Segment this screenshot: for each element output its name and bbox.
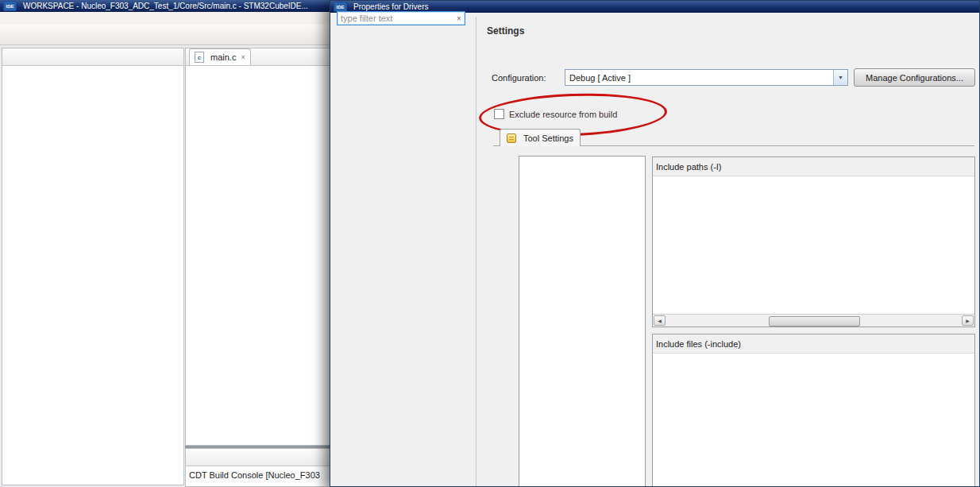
include-files-panel: Include files (-include) (652, 334, 975, 487)
main-window-title: WORKSPACE - Nucleo_F303_ADC_Test_1/Core/… (23, 2, 308, 10)
tool-settings-tab-label: Tool Settings (523, 133, 573, 143)
project-tree (2, 81, 183, 83)
include-paths-list[interactable] (653, 176, 974, 315)
include-paths-panel: Include paths (-I) ◀ ▶ (652, 157, 975, 327)
tool-settings-icon (507, 133, 516, 143)
explorer-tab-bar (2, 48, 183, 66)
configuration-label: Configuration: (492, 73, 546, 83)
project-explorer-view (2, 48, 184, 485)
c-file-icon: c (195, 52, 204, 63)
exclude-resource-label[interactable]: Exclude resource from build (509, 110, 617, 119)
clear-filter-icon[interactable]: × (453, 14, 465, 23)
filter-input[interactable]: type filter text × (337, 11, 465, 25)
include-files-list[interactable] (653, 353, 974, 487)
chevron-down-icon[interactable]: ▼ (833, 70, 847, 85)
explorer-local-toolbar (2, 66, 183, 81)
tab-tool-settings[interactable]: Tool Settings (500, 129, 581, 146)
horizontal-scrollbar[interactable]: ◀ ▶ (653, 314, 974, 327)
include-paths-header: Include paths (-I) (653, 157, 974, 176)
scroll-right-icon[interactable]: ▶ (962, 315, 974, 326)
editor-tab-label: main.c (210, 52, 236, 62)
exclude-resource-checkbox[interactable] (494, 109, 504, 119)
scrollbar-thumb[interactable] (769, 316, 860, 327)
close-tab-icon[interactable]: × (241, 53, 245, 61)
app-icon: IDE (3, 1, 17, 11)
screen: IDE WORKSPACE - Nucleo_F303_ADC_Test_1/C… (0, 0, 980, 487)
dialog-title: Properties for Drivers (353, 2, 428, 11)
editor-tab-main-c[interactable]: c main.c × (189, 48, 251, 65)
filter-placeholder: type filter text (338, 14, 453, 23)
page-title: Settings (487, 25, 524, 37)
configuration-value: Debug [ Active ] (565, 73, 833, 83)
configuration-select[interactable]: Debug [ Active ] ▼ (565, 69, 848, 86)
properties-dialog: IDE Properties for Drivers type filter t… (330, 0, 980, 487)
nav-separator (476, 17, 476, 486)
include-paths-title: Include paths (-I) (656, 162, 971, 172)
include-files-title: Include files (-include) (656, 339, 971, 349)
include-files-header: Include files (-include) (653, 334, 974, 354)
manage-configurations-button[interactable]: Manage Configurations... (854, 68, 975, 87)
scroll-left-icon[interactable]: ◀ (654, 315, 666, 326)
tool-settings-tree (519, 156, 646, 487)
